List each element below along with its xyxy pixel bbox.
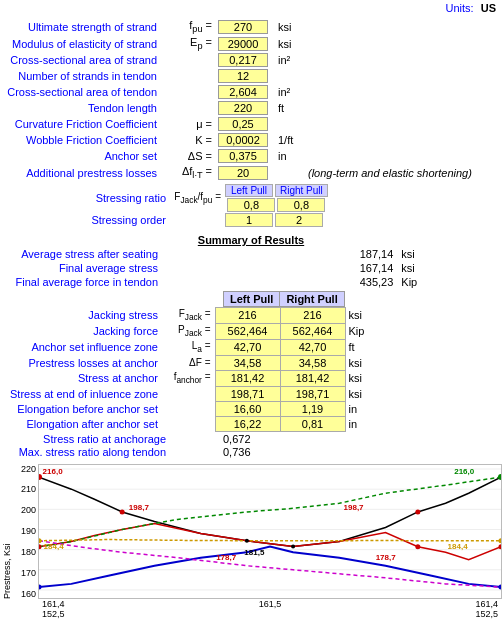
stressing-ratio-label: Stressing ratio: [96, 192, 166, 204]
input-symbol: [160, 84, 215, 100]
detail-row: Anchor set influence zone La = 42,70 42,…: [0, 339, 502, 355]
detail-row: Jacking stress FJack = 216 216 ksi: [0, 307, 502, 323]
y-axis-label: Prestress, Ksi: [2, 464, 12, 599]
y-tick: 200: [21, 505, 36, 515]
detail-unit: ft: [345, 339, 502, 355]
input-note: [305, 84, 502, 100]
summary-row: Final average force in tendon 435,23 Kip: [0, 275, 502, 289]
stressing-ratio-left[interactable]: 0,8: [227, 198, 275, 212]
input-row: Additional prestress losses Δfl·T = 20 (…: [0, 164, 502, 181]
input-unit: in²: [275, 84, 305, 100]
input-value[interactable]: 12: [215, 68, 275, 84]
top-bar: Units: US: [0, 0, 502, 16]
y-tick: 220: [21, 464, 36, 474]
summary-label: Final average stress: [0, 261, 160, 275]
detail-right: 198,71: [280, 386, 345, 401]
input-unit: 1/ft: [275, 132, 305, 148]
stressing-order-left[interactable]: 1: [225, 213, 273, 227]
ratio-row: Stress ratio at anchorage 0,672: [8, 433, 502, 445]
detail-row: Jacking force PJack = 562,464 562,464 Ki…: [0, 323, 502, 339]
input-row: Wobble Friction Coefficient K = 0,0002 1…: [0, 132, 502, 148]
detail-left: 16,22: [215, 416, 280, 431]
svg-text:216,0: 216,0: [43, 467, 64, 476]
input-label: Anchor set: [0, 148, 160, 164]
input-value[interactable]: 0,25: [215, 116, 275, 132]
chart-wrapper: Prestress, Ksi 220210200190180170160 216…: [0, 464, 502, 619]
input-unit: ft: [275, 100, 305, 116]
detail-right: 0,81: [280, 416, 345, 431]
detail-row: Elongation after anchor set 16,22 0,81 i…: [0, 416, 502, 431]
units-label: Units:: [446, 2, 474, 14]
svg-text:178,7: 178,7: [376, 553, 397, 562]
summary-unit: ksi: [397, 261, 502, 275]
svg-point-19: [498, 538, 501, 543]
detail-right: 562,464: [280, 323, 345, 339]
svg-text:216,0: 216,0: [454, 467, 475, 476]
summary-row: Final average stress 167,14 ksi: [0, 261, 502, 275]
input-note: (long-term and elastic shortening): [305, 164, 502, 181]
detail-symbol: fanchor =: [160, 370, 215, 386]
summary-unit: ksi: [397, 247, 502, 261]
svg-point-18: [39, 538, 42, 543]
input-table: Ultimate strength of strand fpu = 270 ks…: [0, 18, 502, 182]
detail-col-right: Right Pull: [280, 291, 344, 306]
ratio-label: Stress ratio at anchorage: [8, 433, 168, 445]
stressing-ratio-symbol: FJack/fpu =: [174, 191, 221, 202]
summary-value: 167,14: [215, 261, 397, 275]
input-symbol: Ep =: [160, 35, 215, 52]
detail-unit: ksi: [345, 355, 502, 370]
summary-header: Summary of Results: [0, 231, 502, 247]
detail-symbol: [160, 401, 215, 416]
stressing-order-right[interactable]: 2: [275, 213, 323, 227]
input-value[interactable]: 0,217: [215, 52, 275, 68]
stressing-col-left: Left Pull: [225, 184, 273, 197]
detail-right: 42,70: [280, 339, 345, 355]
detail-table: Jacking stress FJack = 216 216 ksi Jacki…: [0, 307, 502, 432]
detail-unit: Kip: [345, 323, 502, 339]
stressing-ratio-right[interactable]: 0,8: [277, 198, 325, 212]
svg-point-12: [415, 544, 420, 549]
input-value[interactable]: 2,604: [215, 84, 275, 100]
svg-text:184,4: 184,4: [448, 541, 469, 550]
y-tick: 160: [21, 589, 36, 599]
detail-unit: ksi: [345, 386, 502, 401]
input-symbol: K =: [160, 132, 215, 148]
input-value[interactable]: 220: [215, 100, 275, 116]
input-unit: in: [275, 148, 305, 164]
stressing-col-right: Right Pull: [275, 184, 328, 197]
detail-right: 1,19: [280, 401, 345, 416]
svg-point-16: [39, 584, 42, 589]
input-value[interactable]: 29000: [215, 35, 275, 52]
svg-text:198,7: 198,7: [344, 503, 365, 512]
detail-label: Stress at end of inluence zone: [0, 386, 160, 401]
input-value[interactable]: 20: [215, 164, 275, 181]
input-unit: ksi: [275, 18, 305, 35]
input-row: Modulus of elasticity of strand Ep = 290…: [0, 35, 502, 52]
input-symbol: μ =: [160, 116, 215, 132]
stressing-order-label: Stressing order: [91, 214, 166, 226]
detail-symbol: [160, 416, 215, 431]
detail-header-table: Left Pull Right Pull: [223, 291, 357, 307]
input-note: [305, 116, 502, 132]
input-row: Number of strands in tendon 12: [0, 68, 502, 84]
input-symbol: ΔS =: [160, 148, 215, 164]
ratio-row: Max. stress ratio along tendon 0,736: [8, 446, 502, 458]
input-row: Anchor set ΔS = 0,375 in: [0, 148, 502, 164]
detail-label: Prestress losses at anchor: [0, 355, 160, 370]
input-note: [305, 68, 502, 84]
units-value: US: [481, 2, 496, 14]
svg-point-11: [39, 544, 42, 549]
input-label: Tendon length: [0, 100, 160, 116]
svg-point-10: [415, 509, 420, 514]
summary-row: Average stress after seating 187,14 ksi: [0, 247, 502, 261]
chart-container: 216,0216,0198,7198,7184,4184,4181,5178,7…: [38, 464, 502, 599]
svg-point-13: [498, 544, 501, 549]
input-symbol: [160, 68, 215, 84]
input-value[interactable]: 270: [215, 18, 275, 35]
detail-unit: ksi: [345, 370, 502, 386]
detail-left: 562,464: [215, 323, 280, 339]
x-axis-row: 161,4 161,5 161,4: [38, 599, 502, 609]
input-value[interactable]: 0,375: [215, 148, 275, 164]
input-value[interactable]: 0,0002: [215, 132, 275, 148]
summary-value: 435,23: [215, 275, 397, 289]
